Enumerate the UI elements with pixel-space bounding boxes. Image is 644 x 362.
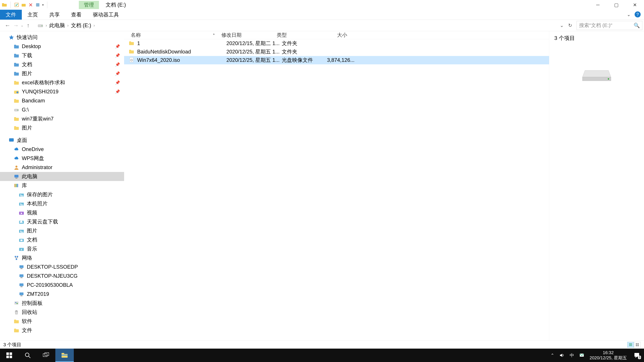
- tree-label: 本机照片: [27, 200, 48, 207]
- tab-home[interactable]: 主页: [22, 10, 44, 19]
- tree-item[interactable]: 文档: [0, 235, 124, 244]
- tab-drive-tools[interactable]: 驱动器工具: [87, 10, 124, 19]
- tree-item[interactable]: 文档📌: [0, 60, 124, 69]
- tree-item[interactable]: 控制面板: [0, 299, 124, 308]
- notification-badge: 3: [638, 356, 641, 359]
- minimize-button[interactable]: ─: [589, 0, 607, 10]
- tree-desktop[interactable]: 桌面: [0, 136, 124, 145]
- tree-item[interactable]: 回收站: [0, 308, 124, 317]
- tree-label: 图片: [22, 124, 32, 131]
- tree-label: DESKTOP-NJEU3CG: [27, 273, 78, 279]
- tree-item[interactable]: G:\: [0, 105, 124, 114]
- ime-indicator[interactable]: 中: [570, 353, 574, 358]
- ribbon-expand-icon[interactable]: ⌄: [627, 12, 630, 17]
- tree-item[interactable]: 音乐: [0, 244, 124, 253]
- tree-item[interactable]: DESKTOP-LSSOEDP: [0, 263, 124, 272]
- nav-up-button[interactable]: ↑: [24, 22, 32, 29]
- contextual-tab-manage[interactable]: 管理: [79, 1, 99, 9]
- task-view-button[interactable]: [37, 349, 55, 362]
- qat-properties-icon[interactable]: [14, 2, 19, 7]
- file-row[interactable]: 12020/12/15, 星期二 1...文件夹: [124, 39, 549, 48]
- tree-item[interactable]: YUNQISHI2019📌: [0, 87, 124, 96]
- svg-point-22: [18, 110, 18, 110]
- tree-item[interactable]: 软件: [0, 317, 124, 326]
- tree-label: 网络: [22, 254, 32, 261]
- tree-item[interactable]: OneDrive: [0, 145, 124, 154]
- qat-new-folder-icon[interactable]: [21, 2, 26, 7]
- column-name[interactable]: 名称▴: [124, 32, 221, 38]
- tab-share[interactable]: 共享: [44, 10, 66, 19]
- qat-dropdown-icon[interactable]: ▾: [42, 3, 44, 7]
- tree-item[interactable]: PC-20190530OBLA: [0, 281, 124, 290]
- tree-item[interactable]: 文件: [0, 326, 124, 335]
- tree-item[interactable]: 下载📌: [0, 51, 124, 60]
- maximize-button[interactable]: ▢: [607, 0, 626, 10]
- breadcrumb-drive[interactable]: 文档 (E:): [71, 22, 91, 29]
- tree-item[interactable]: 保存的图片: [0, 190, 124, 199]
- tree-item[interactable]: 此电脑: [0, 172, 124, 181]
- tree-item[interactable]: 视频: [0, 208, 124, 217]
- help-icon[interactable]: ?: [634, 11, 641, 17]
- navigation-tree[interactable]: 快速访问 Desktop📌下载📌文档📌图片📌excel表格制作求和📌YUNQIS…: [0, 31, 124, 341]
- search-button[interactable]: [18, 349, 37, 362]
- tab-view[interactable]: 查看: [66, 10, 87, 19]
- tree-item[interactable]: excel表格制作求和📌: [0, 78, 124, 87]
- tree-item[interactable]: 网络: [0, 253, 124, 263]
- column-date[interactable]: 修改日期: [221, 32, 277, 38]
- tree-item[interactable]: DESKTOP-NJEU3CG: [0, 272, 124, 281]
- tree-item[interactable]: Desktop📌: [0, 42, 124, 51]
- svg-rect-80: [636, 345, 637, 346]
- tray-overflow-icon[interactable]: ⌃: [550, 353, 554, 358]
- tree-item[interactable]: ZMT2019: [0, 290, 124, 299]
- tab-file[interactable]: 文件: [0, 10, 22, 19]
- tree-label: DESKTOP-LSSOEDP: [27, 264, 78, 270]
- qat-rename-icon[interactable]: [35, 2, 40, 7]
- tree-item[interactable]: 本机照片: [0, 199, 124, 208]
- breadcrumb-this-pc[interactable]: 此电脑: [49, 22, 65, 29]
- action-center-icon[interactable]: 3: [632, 351, 642, 360]
- tree-item[interactable]: Administrator: [0, 163, 124, 172]
- nav-back-button[interactable]: ←: [3, 22, 12, 29]
- tree-item[interactable]: 图片: [0, 123, 124, 132]
- nav-forward-button[interactable]: →: [12, 22, 20, 29]
- close-button[interactable]: ✕: [626, 0, 644, 10]
- chevron-right-icon[interactable]: ›: [66, 23, 70, 28]
- column-size[interactable]: 大小: [322, 32, 350, 38]
- tree-item[interactable]: win7重装win7: [0, 114, 124, 123]
- tree-item[interactable]: WPS网盘: [0, 154, 124, 163]
- chevron-right-icon[interactable]: ›: [44, 23, 48, 28]
- taskbar-explorer[interactable]: [55, 349, 74, 362]
- breadcrumb[interactable]: › 此电脑 › 文档 (E:) ›: [36, 21, 558, 30]
- disc-icon: [129, 57, 135, 63]
- taskbar-clock[interactable]: 16:32 2020/12/25, 星期五: [590, 350, 627, 361]
- address-dropdown-icon[interactable]: ⌄: [558, 23, 566, 28]
- column-type[interactable]: 类型: [277, 32, 322, 38]
- recycle-icon: [14, 309, 20, 315]
- tree-item[interactable]: 库: [0, 181, 124, 190]
- file-row[interactable]: Win7x64_2020.iso2020/12/25, 星期五 1...光盘映像…: [124, 56, 549, 64]
- tree-item[interactable]: 图片📌: [0, 69, 124, 78]
- svg-rect-81: [638, 345, 639, 346]
- search-input[interactable]: 搜索"文档 (E:)" 🔍: [576, 21, 642, 30]
- tray-app-icon[interactable]: [579, 353, 584, 358]
- svg-rect-52: [20, 277, 22, 278]
- tree-quick-access[interactable]: 快速访问: [0, 33, 124, 42]
- refresh-icon[interactable]: ↻: [566, 23, 574, 28]
- view-details-button[interactable]: [627, 342, 634, 348]
- nav-history-dropdown[interactable]: ⌄: [21, 24, 23, 27]
- tree-label: 保存的图片: [27, 191, 53, 198]
- file-name: Win7x64_2020.iso: [137, 57, 226, 63]
- tree-item[interactable]: 图片: [0, 226, 124, 235]
- qat-delete-icon[interactable]: [28, 2, 33, 7]
- tree-label: 文件: [22, 327, 32, 334]
- svg-rect-51: [20, 274, 24, 277]
- folder-icon: [14, 98, 20, 104]
- chevron-right-icon[interactable]: ›: [92, 23, 96, 28]
- volume-icon[interactable]: [559, 353, 565, 358]
- tree-item[interactable]: 天翼云盘下载: [0, 217, 124, 226]
- view-thumbnails-button[interactable]: [634, 342, 641, 348]
- file-rows[interactable]: 12020/12/15, 星期二 1...文件夹BaiduNetdiskDown…: [124, 39, 549, 341]
- tree-item[interactable]: Bandicam: [0, 96, 124, 105]
- start-button[interactable]: [0, 349, 18, 362]
- file-row[interactable]: BaiduNetdiskDownload2020/12/25, 星期五 1...…: [124, 48, 549, 56]
